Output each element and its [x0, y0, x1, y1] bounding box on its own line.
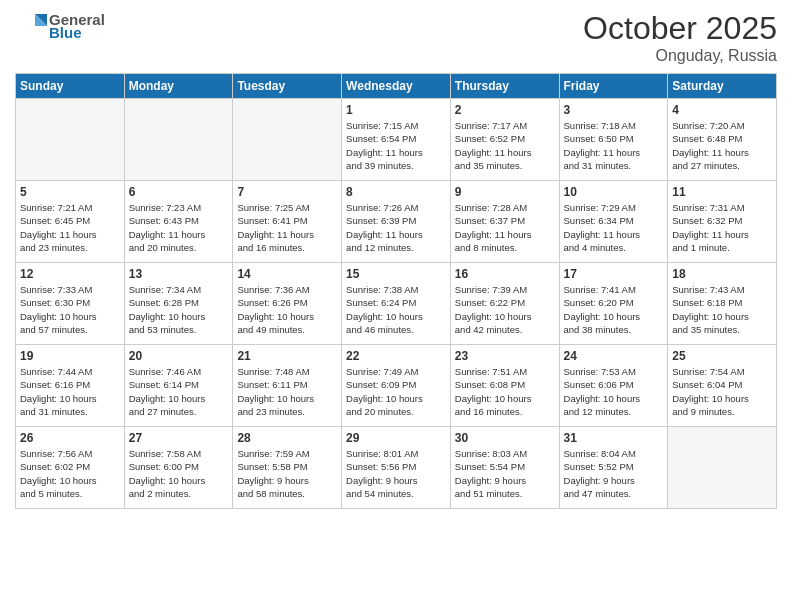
- day-number: 16: [455, 267, 555, 281]
- calendar-cell: [124, 99, 233, 181]
- day-info: Sunrise: 8:03 AM Sunset: 5:54 PM Dayligh…: [455, 447, 555, 500]
- calendar-cell: 29Sunrise: 8:01 AM Sunset: 5:56 PM Dayli…: [342, 427, 451, 509]
- calendar-cell: 10Sunrise: 7:29 AM Sunset: 6:34 PM Dayli…: [559, 181, 668, 263]
- location: Onguday, Russia: [583, 47, 777, 65]
- day-number: 24: [564, 349, 664, 363]
- calendar-cell: [668, 427, 777, 509]
- day-number: 22: [346, 349, 446, 363]
- day-number: 19: [20, 349, 120, 363]
- calendar-cell: [16, 99, 125, 181]
- calendar-cell: 9Sunrise: 7:28 AM Sunset: 6:37 PM Daylig…: [450, 181, 559, 263]
- day-info: Sunrise: 7:46 AM Sunset: 6:14 PM Dayligh…: [129, 365, 229, 418]
- day-info: Sunrise: 7:17 AM Sunset: 6:52 PM Dayligh…: [455, 119, 555, 172]
- day-info: Sunrise: 7:53 AM Sunset: 6:06 PM Dayligh…: [564, 365, 664, 418]
- calendar-cell: 11Sunrise: 7:31 AM Sunset: 6:32 PM Dayli…: [668, 181, 777, 263]
- calendar-cell: 1Sunrise: 7:15 AM Sunset: 6:54 PM Daylig…: [342, 99, 451, 181]
- day-info: Sunrise: 7:51 AM Sunset: 6:08 PM Dayligh…: [455, 365, 555, 418]
- calendar-cell: 17Sunrise: 7:41 AM Sunset: 6:20 PM Dayli…: [559, 263, 668, 345]
- day-info: Sunrise: 7:56 AM Sunset: 6:02 PM Dayligh…: [20, 447, 120, 500]
- day-number: 3: [564, 103, 664, 117]
- calendar-header-row: Sunday Monday Tuesday Wednesday Thursday…: [16, 74, 777, 99]
- col-friday: Friday: [559, 74, 668, 99]
- calendar-cell: 22Sunrise: 7:49 AM Sunset: 6:09 PM Dayli…: [342, 345, 451, 427]
- calendar-cell: 19Sunrise: 7:44 AM Sunset: 6:16 PM Dayli…: [16, 345, 125, 427]
- calendar-week-2: 5Sunrise: 7:21 AM Sunset: 6:45 PM Daylig…: [16, 181, 777, 263]
- calendar-week-3: 12Sunrise: 7:33 AM Sunset: 6:30 PM Dayli…: [16, 263, 777, 345]
- calendar-week-1: 1Sunrise: 7:15 AM Sunset: 6:54 PM Daylig…: [16, 99, 777, 181]
- calendar-cell: 23Sunrise: 7:51 AM Sunset: 6:08 PM Dayli…: [450, 345, 559, 427]
- day-number: 15: [346, 267, 446, 281]
- col-wednesday: Wednesday: [342, 74, 451, 99]
- day-number: 20: [129, 349, 229, 363]
- day-info: Sunrise: 7:43 AM Sunset: 6:18 PM Dayligh…: [672, 283, 772, 336]
- calendar-cell: 21Sunrise: 7:48 AM Sunset: 6:11 PM Dayli…: [233, 345, 342, 427]
- day-info: Sunrise: 8:04 AM Sunset: 5:52 PM Dayligh…: [564, 447, 664, 500]
- day-info: Sunrise: 7:25 AM Sunset: 6:41 PM Dayligh…: [237, 201, 337, 254]
- day-info: Sunrise: 8:01 AM Sunset: 5:56 PM Dayligh…: [346, 447, 446, 500]
- day-info: Sunrise: 7:36 AM Sunset: 6:26 PM Dayligh…: [237, 283, 337, 336]
- col-sunday: Sunday: [16, 74, 125, 99]
- day-number: 14: [237, 267, 337, 281]
- day-number: 31: [564, 431, 664, 445]
- calendar-cell: 15Sunrise: 7:38 AM Sunset: 6:24 PM Dayli…: [342, 263, 451, 345]
- day-number: 4: [672, 103, 772, 117]
- day-info: Sunrise: 7:38 AM Sunset: 6:24 PM Dayligh…: [346, 283, 446, 336]
- day-info: Sunrise: 7:20 AM Sunset: 6:48 PM Dayligh…: [672, 119, 772, 172]
- calendar-cell: 3Sunrise: 7:18 AM Sunset: 6:50 PM Daylig…: [559, 99, 668, 181]
- day-info: Sunrise: 7:31 AM Sunset: 6:32 PM Dayligh…: [672, 201, 772, 254]
- col-monday: Monday: [124, 74, 233, 99]
- day-info: Sunrise: 7:34 AM Sunset: 6:28 PM Dayligh…: [129, 283, 229, 336]
- day-info: Sunrise: 7:26 AM Sunset: 6:39 PM Dayligh…: [346, 201, 446, 254]
- calendar-cell: 8Sunrise: 7:26 AM Sunset: 6:39 PM Daylig…: [342, 181, 451, 263]
- calendar-week-5: 26Sunrise: 7:56 AM Sunset: 6:02 PM Dayli…: [16, 427, 777, 509]
- calendar-week-4: 19Sunrise: 7:44 AM Sunset: 6:16 PM Dayli…: [16, 345, 777, 427]
- calendar-cell: 20Sunrise: 7:46 AM Sunset: 6:14 PM Dayli…: [124, 345, 233, 427]
- day-info: Sunrise: 7:29 AM Sunset: 6:34 PM Dayligh…: [564, 201, 664, 254]
- day-info: Sunrise: 7:44 AM Sunset: 6:16 PM Dayligh…: [20, 365, 120, 418]
- day-number: 13: [129, 267, 229, 281]
- day-info: Sunrise: 7:59 AM Sunset: 5:58 PM Dayligh…: [237, 447, 337, 500]
- day-info: Sunrise: 7:49 AM Sunset: 6:09 PM Dayligh…: [346, 365, 446, 418]
- day-info: Sunrise: 7:28 AM Sunset: 6:37 PM Dayligh…: [455, 201, 555, 254]
- day-number: 7: [237, 185, 337, 199]
- calendar-cell: 26Sunrise: 7:56 AM Sunset: 6:02 PM Dayli…: [16, 427, 125, 509]
- day-number: 30: [455, 431, 555, 445]
- calendar-cell: 13Sunrise: 7:34 AM Sunset: 6:28 PM Dayli…: [124, 263, 233, 345]
- day-number: 28: [237, 431, 337, 445]
- day-number: 17: [564, 267, 664, 281]
- day-number: 27: [129, 431, 229, 445]
- day-number: 12: [20, 267, 120, 281]
- day-number: 5: [20, 185, 120, 199]
- calendar-cell: 31Sunrise: 8:04 AM Sunset: 5:52 PM Dayli…: [559, 427, 668, 509]
- calendar-cell: 6Sunrise: 7:23 AM Sunset: 6:43 PM Daylig…: [124, 181, 233, 263]
- day-info: Sunrise: 7:23 AM Sunset: 6:43 PM Dayligh…: [129, 201, 229, 254]
- day-info: Sunrise: 7:39 AM Sunset: 6:22 PM Dayligh…: [455, 283, 555, 336]
- calendar-cell: 28Sunrise: 7:59 AM Sunset: 5:58 PM Dayli…: [233, 427, 342, 509]
- day-number: 23: [455, 349, 555, 363]
- calendar-cell: 16Sunrise: 7:39 AM Sunset: 6:22 PM Dayli…: [450, 263, 559, 345]
- day-info: Sunrise: 7:21 AM Sunset: 6:45 PM Dayligh…: [20, 201, 120, 254]
- calendar-cell: 24Sunrise: 7:53 AM Sunset: 6:06 PM Dayli…: [559, 345, 668, 427]
- calendar-cell: [233, 99, 342, 181]
- logo-icon: [15, 10, 47, 42]
- logo: General Blue: [15, 10, 105, 42]
- header: General Blue October 2025 Onguday, Russi…: [15, 10, 777, 65]
- calendar-cell: 30Sunrise: 8:03 AM Sunset: 5:54 PM Dayli…: [450, 427, 559, 509]
- calendar-cell: 5Sunrise: 7:21 AM Sunset: 6:45 PM Daylig…: [16, 181, 125, 263]
- calendar-cell: 27Sunrise: 7:58 AM Sunset: 6:00 PM Dayli…: [124, 427, 233, 509]
- page: General Blue October 2025 Onguday, Russi…: [0, 0, 792, 612]
- col-tuesday: Tuesday: [233, 74, 342, 99]
- calendar-cell: 25Sunrise: 7:54 AM Sunset: 6:04 PM Dayli…: [668, 345, 777, 427]
- day-number: 18: [672, 267, 772, 281]
- day-number: 10: [564, 185, 664, 199]
- day-info: Sunrise: 7:41 AM Sunset: 6:20 PM Dayligh…: [564, 283, 664, 336]
- day-info: Sunrise: 7:54 AM Sunset: 6:04 PM Dayligh…: [672, 365, 772, 418]
- day-number: 1: [346, 103, 446, 117]
- day-info: Sunrise: 7:58 AM Sunset: 6:00 PM Dayligh…: [129, 447, 229, 500]
- day-number: 11: [672, 185, 772, 199]
- calendar-cell: 18Sunrise: 7:43 AM Sunset: 6:18 PM Dayli…: [668, 263, 777, 345]
- day-number: 9: [455, 185, 555, 199]
- day-info: Sunrise: 7:48 AM Sunset: 6:11 PM Dayligh…: [237, 365, 337, 418]
- day-number: 26: [20, 431, 120, 445]
- day-number: 6: [129, 185, 229, 199]
